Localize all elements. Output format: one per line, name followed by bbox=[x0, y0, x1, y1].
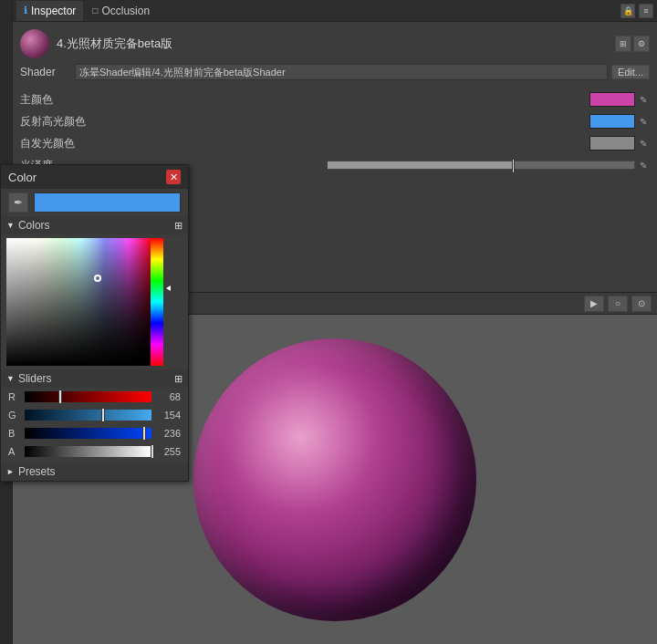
cp-presets-label: Presets bbox=[18, 465, 182, 478]
cp-slider-r-label: R bbox=[8, 391, 21, 402]
cp-slider-r-track[interactable] bbox=[25, 391, 151, 402]
cp-slider-b-row: B 236 bbox=[1, 424, 188, 442]
material-preview-sphere bbox=[20, 29, 49, 58]
cp-slider-g-row: G 154 bbox=[1, 406, 188, 424]
preview-3d-sphere bbox=[193, 338, 476, 621]
cp-hue-slider[interactable] bbox=[151, 238, 163, 366]
prop-label-0: 主颜色 bbox=[20, 92, 589, 108]
cp-slider-a-track[interactable] bbox=[25, 446, 151, 457]
prop-row-2: 自发光颜色 ✎ bbox=[20, 133, 650, 153]
occlusion-tab-label: Occlusion bbox=[101, 5, 150, 17]
cp-slider-b-thumb[interactable] bbox=[142, 426, 146, 441]
prop-btn-0[interactable]: ✎ bbox=[637, 93, 650, 106]
cp-slider-a-value: 255 bbox=[155, 446, 181, 457]
shader-edit-button[interactable]: Edit... bbox=[611, 65, 650, 79]
prop-btn-1[interactable]: ✎ bbox=[637, 115, 650, 128]
cp-eyedropper-button[interactable]: ✒ bbox=[8, 192, 28, 213]
cp-slider-g-thumb[interactable] bbox=[101, 408, 105, 422]
cp-slider-r-row: R 68 bbox=[1, 388, 188, 406]
cp-title: Color bbox=[8, 171, 36, 184]
shader-label: Shader bbox=[20, 66, 75, 78]
prop-row-0: 主颜色 ✎ bbox=[20, 89, 650, 109]
shader-row: Shader 冻晕Shader编辑/4.光照射前完备beta版Shader Ed… bbox=[20, 64, 650, 80]
cp-slider-b-track[interactable] bbox=[25, 428, 151, 439]
cp-slider-b-value: 236 bbox=[155, 428, 181, 439]
cp-gradient-picker[interactable] bbox=[6, 238, 152, 366]
prop-label-2: 自发光颜色 bbox=[20, 136, 589, 151]
color-picker-dialog: Color ✕ ✒ ▼ Colors ⊞ ▼ Sliders bbox=[0, 164, 189, 482]
preview-dots-btn[interactable]: ⊙ bbox=[631, 296, 652, 312]
cp-presets-chevron: ► bbox=[6, 467, 15, 476]
cp-sliders-label: Sliders bbox=[18, 372, 174, 385]
tab-inspector[interactable]: ℹ Inspector bbox=[16, 1, 83, 21]
prop-row-1: 反射高光颜色 ✎ bbox=[20, 111, 650, 131]
cp-gradient-container bbox=[6, 238, 182, 366]
cp-colors-grid-icon: ⊞ bbox=[174, 220, 182, 232]
tab-occlusion[interactable]: □ Occlusion bbox=[85, 1, 157, 21]
cp-slider-g-label: G bbox=[8, 410, 21, 421]
cp-sliders-chevron: ▼ bbox=[6, 374, 15, 383]
cp-preview-row: ✒ bbox=[1, 189, 188, 216]
cp-color-preview bbox=[34, 192, 181, 213]
cp-slider-a-thumb[interactable] bbox=[151, 444, 154, 459]
shader-select[interactable]: 冻晕Shader编辑/4.光照射前完备beta版Shader bbox=[75, 64, 608, 80]
occlusion-tab-icon: □ bbox=[92, 5, 98, 16]
inspector-tab-label: Inspector bbox=[31, 5, 76, 17]
eyedropper-icon: ✒ bbox=[14, 196, 23, 209]
cp-gradient-cursor bbox=[94, 275, 101, 282]
cp-slider-b-label: B bbox=[8, 428, 21, 439]
cp-sliders-section-header[interactable]: ▼ Sliders ⊞ bbox=[1, 369, 188, 388]
cp-colors-chevron: ▼ bbox=[6, 221, 15, 230]
color-swatch-2[interactable] bbox=[589, 136, 635, 151]
prop-btn-3[interactable]: ✎ bbox=[637, 159, 650, 171]
material-name: 4.光照材质完备beta版 bbox=[57, 36, 615, 52]
cp-slider-a-label: A bbox=[8, 446, 21, 457]
inspector-tab-icon: ℹ bbox=[24, 5, 27, 16]
cp-sliders-grid-icon: ⊞ bbox=[174, 373, 182, 385]
prop-label-1: 反射高光颜色 bbox=[20, 114, 589, 130]
cp-slider-a-row: A 255 bbox=[1, 442, 188, 461]
cp-slider-g-track[interactable] bbox=[25, 410, 151, 421]
cp-slider-r-thumb[interactable] bbox=[58, 390, 62, 404]
prop-btn-2[interactable]: ✎ bbox=[637, 137, 650, 150]
color-swatch-0[interactable] bbox=[589, 92, 635, 107]
cp-slider-g-value: 154 bbox=[155, 410, 181, 421]
preview-circle-btn[interactable]: ○ bbox=[608, 296, 628, 312]
cp-presets-section-header[interactable]: ► Presets bbox=[1, 462, 188, 481]
cp-colors-label: Colors bbox=[18, 219, 174, 232]
color-swatch-1[interactable] bbox=[589, 114, 635, 129]
lock-button[interactable]: 🔒 bbox=[620, 4, 635, 18]
material-ctrl-1[interactable]: ⊞ bbox=[615, 36, 631, 52]
cp-hue-strip-container bbox=[156, 238, 169, 366]
cp-header: Color ✕ bbox=[1, 165, 188, 189]
menu-button[interactable]: ≡ bbox=[639, 4, 653, 18]
cp-slider-r-value: 68 bbox=[155, 391, 181, 402]
preview-play-btn[interactable]: ▶ bbox=[584, 296, 604, 312]
cp-close-button[interactable]: ✕ bbox=[166, 170, 181, 184]
material-ctrl-2[interactable]: ⚙ bbox=[633, 36, 650, 52]
material-header: 4.光照材质完备beta版 ⊞ ⚙ bbox=[20, 29, 650, 58]
tab-bar: ℹ Inspector □ Occlusion 🔒 ≡ bbox=[13, 0, 657, 22]
cp-colors-section-header[interactable]: ▼ Colors ⊞ bbox=[1, 216, 188, 234]
